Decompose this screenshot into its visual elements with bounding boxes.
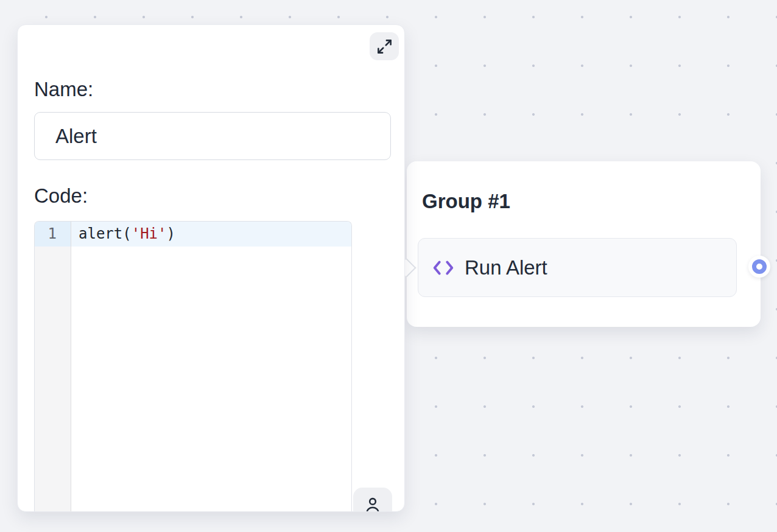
code-icon: [432, 259, 455, 277]
source-handle[interactable]: [748, 256, 770, 278]
code-editor[interactable]: 1 alert('Hi'): [34, 221, 352, 512]
flow-canvas[interactable]: Name: Code: 1 alert('Hi') Group #1: [0, 0, 777, 532]
source-handle-ring-icon: [752, 259, 767, 274]
code-label: Code:: [34, 183, 88, 209]
code-token-string: 'Hi': [132, 225, 167, 242]
group-card[interactable]: Group #1 Run Alert: [407, 161, 761, 327]
code-token-plain: ): [167, 225, 175, 242]
node-config-panel: Name: Code: 1 alert('Hi'): [17, 24, 405, 512]
group-title: Group #1: [422, 190, 510, 213]
user-icon: [362, 494, 383, 512]
name-label: Name:: [34, 76, 93, 103]
code-editor-gutter: 1: [35, 222, 71, 512]
name-input[interactable]: [34, 112, 391, 160]
node-run-alert[interactable]: Run Alert: [418, 238, 737, 297]
code-line: alert('Hi'): [71, 222, 351, 247]
expand-icon: [376, 38, 393, 55]
line-number: 1: [35, 222, 71, 247]
code-editor-content[interactable]: alert('Hi'): [71, 222, 351, 512]
node-label: Run Alert: [465, 256, 547, 279]
user-button[interactable]: [353, 488, 392, 512]
code-token-plain: alert(: [79, 225, 132, 242]
expand-button[interactable]: [370, 32, 399, 60]
